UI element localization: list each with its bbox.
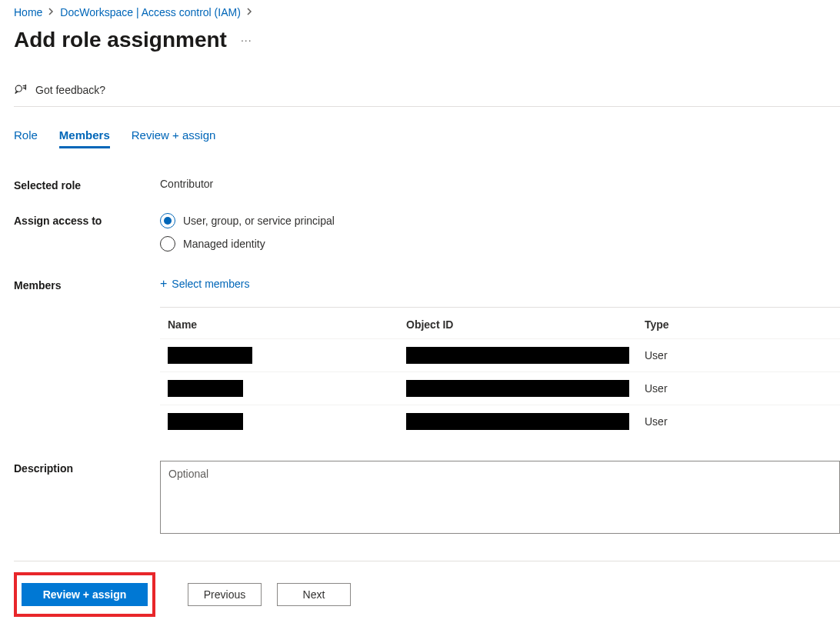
assign-access-radio-group: User, group, or service principal Manage…: [160, 213, 840, 252]
table-row: User: [160, 338, 840, 371]
select-members-text: Select members: [172, 278, 249, 290]
assign-access-row: Assign access to User, group, or service…: [14, 213, 840, 252]
members-row: Members + Select members: [14, 278, 840, 292]
radio-unchecked-icon: [160, 236, 175, 252]
table-row: User: [160, 405, 840, 438]
previous-button[interactable]: Previous: [188, 583, 262, 606]
redacted-id: [406, 347, 629, 364]
page-title-row: Add role assignment ···: [14, 28, 840, 52]
col-name-header: Name: [168, 318, 406, 331]
footer: Review + assign Previous Next: [14, 561, 840, 617]
tabs: Role Members Review + assign: [14, 128, 840, 148]
select-members-link[interactable]: + Select members: [160, 278, 840, 290]
feedback-link[interactable]: Got feedback?: [14, 83, 840, 107]
radio-managed-identity[interactable]: Managed identity: [160, 236, 840, 252]
members-table: Name Object ID Type User User User: [160, 307, 840, 438]
redacted-id: [406, 380, 629, 397]
highlight-box: Review + assign: [14, 572, 155, 617]
tab-review-assign[interactable]: Review + assign: [132, 128, 216, 148]
description-input[interactable]: [160, 461, 840, 534]
table-header: Name Object ID Type: [160, 308, 840, 338]
radio-user-group-principal[interactable]: User, group, or service principal: [160, 213, 840, 228]
col-type-header: Type: [645, 318, 840, 331]
page-title: Add role assignment: [14, 28, 227, 52]
next-button[interactable]: Next: [277, 583, 351, 606]
breadcrumb: Home DocWorkspace | Access control (IAM): [14, 6, 840, 18]
cell-type: User: [645, 415, 840, 428]
feedback-icon: [14, 83, 28, 97]
radio-managed-label: Managed identity: [183, 238, 265, 250]
radio-checked-icon: [160, 213, 175, 228]
redacted-name: [168, 347, 252, 364]
selected-role-row: Selected role Contributor: [14, 178, 840, 192]
nav-buttons: Previous Next: [188, 583, 351, 606]
selected-role-label: Selected role: [14, 178, 160, 192]
cell-type: User: [645, 382, 840, 395]
redacted-id: [406, 413, 629, 430]
feedback-label: Got feedback?: [35, 84, 105, 96]
more-icon[interactable]: ···: [241, 34, 252, 46]
redacted-name: [168, 413, 243, 430]
redacted-name: [168, 380, 243, 397]
assign-access-label: Assign access to: [14, 213, 160, 227]
members-label: Members: [14, 278, 160, 292]
table-row: User: [160, 371, 840, 405]
chevron-right-icon: [247, 8, 252, 17]
chevron-right-icon: [48, 8, 54, 17]
radio-user-label: User, group, or service principal: [183, 215, 335, 227]
form-section: Selected role Contributor Assign access …: [14, 178, 840, 536]
review-assign-button[interactable]: Review + assign: [22, 583, 148, 606]
col-id-header: Object ID: [406, 318, 645, 331]
cell-type: User: [645, 349, 840, 361]
selected-role-value: Contributor: [160, 178, 840, 190]
plus-icon: +: [160, 278, 167, 290]
tab-role[interactable]: Role: [14, 128, 38, 148]
breadcrumb-workspace-link[interactable]: DocWorkspace | Access control (IAM): [60, 6, 240, 18]
description-row: Description: [14, 461, 840, 536]
description-label: Description: [14, 461, 160, 475]
breadcrumb-home-link[interactable]: Home: [14, 6, 42, 18]
tab-members[interactable]: Members: [59, 128, 110, 148]
